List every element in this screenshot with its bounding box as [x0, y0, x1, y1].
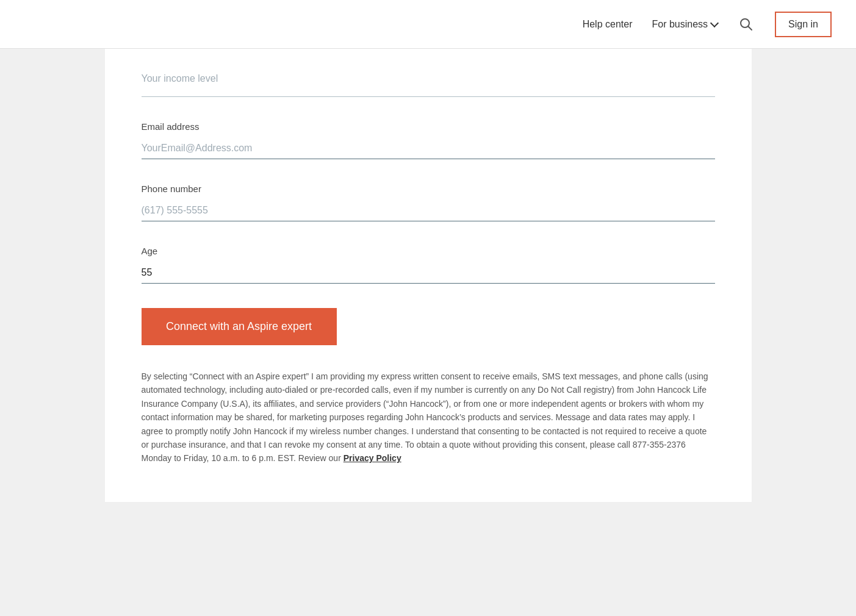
income-level-row: Your income level — [142, 73, 715, 97]
chevron-down-icon — [710, 18, 719, 27]
help-center-link[interactable]: Help center — [583, 19, 633, 30]
phone-label: Phone number — [142, 184, 715, 194]
age-label: Age — [142, 246, 715, 256]
search-icon — [739, 18, 753, 31]
email-group: Email address — [142, 121, 715, 159]
email-label: Email address — [142, 121, 715, 132]
header-nav: Help center For business Sign in — [583, 12, 832, 37]
privacy-policy-link[interactable]: Privacy Policy — [343, 453, 401, 463]
consent-text-main: By selecting “Connect with an Aspire exp… — [142, 371, 708, 463]
for-business-label: For business — [652, 19, 708, 30]
for-business-dropdown[interactable]: For business — [652, 19, 718, 30]
sign-in-button[interactable]: Sign in — [775, 12, 832, 37]
phone-input[interactable] — [142, 200, 715, 221]
phone-group: Phone number — [142, 184, 715, 221]
form-card: Your income level Email address Phone nu… — [105, 49, 752, 502]
search-button[interactable] — [737, 15, 755, 34]
consent-text: By selecting “Connect with an Aspire exp… — [142, 370, 715, 465]
email-input[interactable] — [142, 138, 715, 159]
svg-line-1 — [749, 26, 752, 30]
age-input[interactable] — [142, 262, 715, 284]
connect-expert-button[interactable]: Connect with an Aspire expert — [142, 308, 337, 345]
site-header: Help center For business Sign in — [0, 0, 856, 49]
income-level-placeholder: Your income level — [142, 73, 218, 84]
page-content: Your income level Email address Phone nu… — [0, 49, 856, 526]
age-group: Age — [142, 246, 715, 284]
